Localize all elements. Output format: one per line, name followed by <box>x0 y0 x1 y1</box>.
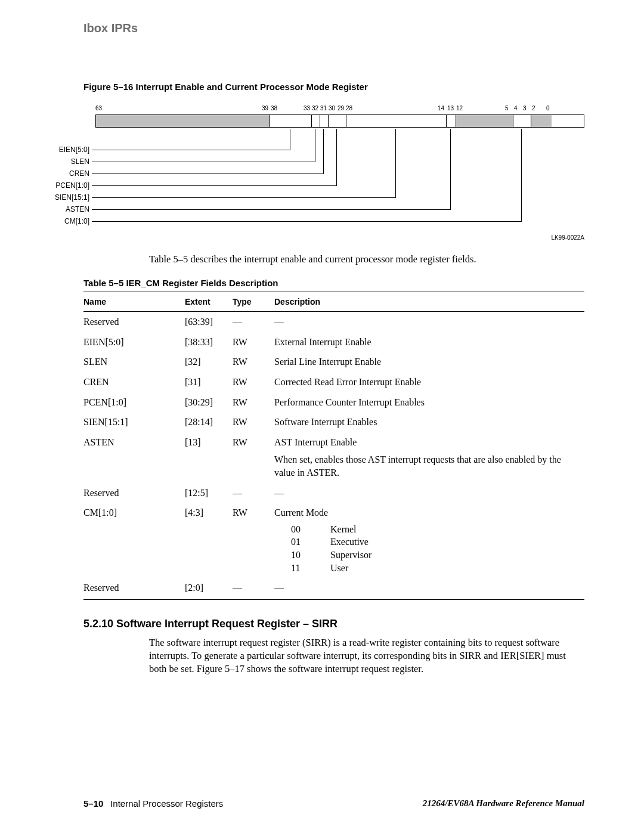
cell-name: CREN <box>83 372 185 392</box>
book-title: 21264/EV68A Hardware Reference Manual <box>423 798 584 809</box>
cell-type: — <box>233 483 274 503</box>
page-header: Ibox IPRs <box>83 21 584 35</box>
signal-label: CREN <box>18 169 89 178</box>
cell-desc: — <box>274 483 584 503</box>
cell-name: ASTEN <box>83 432 185 483</box>
page-footer: 5–10 Internal Processor Registers 21264/… <box>83 798 584 809</box>
bit-label: 33 <box>304 105 310 112</box>
bit-label: 3 <box>523 105 527 112</box>
mode-list: 00Kernel01Executive10Supervisor11User <box>274 523 580 574</box>
bit-label: 29 <box>338 105 344 112</box>
bit-label: 38 <box>271 105 277 112</box>
fields-table: Name Extent Type Description Reserved[63… <box>83 292 584 600</box>
cell-type: — <box>233 578 274 599</box>
signal-fanout: EIEN[5:0] SLEN CREN PCEN[1:0] SIEN[15:1]… <box>95 130 584 237</box>
cell-extent: [31] <box>185 372 233 392</box>
bit-label: 0 <box>546 105 550 112</box>
cell-extent: [4:3] <box>185 503 233 578</box>
cell-type: RW <box>233 412 274 432</box>
signal-label: SIEN[15:1] <box>18 193 89 202</box>
cell-type: RW <box>233 503 274 578</box>
bit-label: 39 <box>262 105 268 112</box>
cell-type: RW <box>233 392 274 413</box>
signal-label: CM[1:0] <box>18 217 89 225</box>
mode-code: 00 <box>291 523 308 536</box>
cell-desc: Performance Counter Interrupt Enables <box>274 392 584 413</box>
signal-label: SLEN <box>18 157 89 166</box>
cell-extent: [30:29] <box>185 392 233 413</box>
bit-label: 12 <box>456 105 463 112</box>
table-row: SLEN[32]RWSerial Line Interrupt Enable <box>83 352 584 372</box>
cell-extent: [28:14] <box>185 412 233 432</box>
cell-desc-extra: When set, enables those AST interrupt re… <box>274 453 580 479</box>
cell-extent: [12:5] <box>185 483 233 503</box>
bit-label: 2 <box>532 105 535 112</box>
signal-label: EIEN[5:0] <box>18 145 89 154</box>
register-bitbar <box>95 114 584 128</box>
table-row: CM[1:0][4:3]RWCurrent Mode00Kernel01Exec… <box>83 503 584 578</box>
bit-label: 4 <box>514 105 518 112</box>
mode-code: 10 <box>291 549 308 562</box>
cell-name: SLEN <box>83 352 185 372</box>
signal-label: PCEN[1:0] <box>18 181 89 190</box>
cell-name: Reserved <box>83 312 185 332</box>
bit-label: 31 <box>320 105 327 112</box>
col-extent: Extent <box>185 292 233 312</box>
cell-name: PCEN[1:0] <box>83 392 185 413</box>
mode-label: User <box>330 562 348 575</box>
figure-caption: Figure 5–16 Interrupt Enable and Current… <box>83 82 584 92</box>
cell-name: CM[1:0] <box>83 503 185 578</box>
bit-label: 28 <box>346 105 352 112</box>
bit-label: 30 <box>329 105 335 112</box>
diagram-tag: LK99-0022A <box>551 234 584 241</box>
cell-extent: [13] <box>185 432 233 483</box>
col-name: Name <box>83 292 185 312</box>
table-row: Reserved[12:5]—— <box>83 483 584 503</box>
mode-row: 01Executive <box>291 535 580 549</box>
mode-row: 11User <box>291 562 580 575</box>
cell-type: RW <box>233 432 274 483</box>
register-diagram: 63 39 38 33 32 31 30 29 28 14 13 12 5 4 … <box>95 105 584 242</box>
mode-row: 10Supervisor <box>291 549 580 562</box>
page-number: 5–10 <box>83 798 103 809</box>
bit-label: 14 <box>438 105 444 112</box>
mode-label: Executive <box>330 535 369 549</box>
cell-name: Reserved <box>83 483 185 503</box>
table-row: EIEN[5:0][38:33]RWExternal Interrupt Ena… <box>83 332 584 352</box>
cell-name: SIEN[15:1] <box>83 412 185 432</box>
mode-code: 11 <box>291 562 308 575</box>
mode-code: 01 <box>291 535 308 549</box>
mode-row: 00Kernel <box>291 523 580 536</box>
cell-desc: Current Mode00Kernel01Executive10Supervi… <box>274 503 584 578</box>
bit-label: 32 <box>312 105 318 112</box>
cell-extent: [63:39] <box>185 312 233 332</box>
cell-desc: Serial Line Interrupt Enable <box>274 352 584 372</box>
cell-desc: — <box>274 312 584 332</box>
cell-type: RW <box>233 332 274 352</box>
table-row: Reserved[63:39]—— <box>83 312 584 332</box>
bit-index-row: 63 39 38 33 32 31 30 29 28 14 13 12 5 4 … <box>95 105 584 113</box>
cell-type: RW <box>233 372 274 392</box>
cell-desc: External Interrupt Enable <box>274 332 584 352</box>
cell-name: Reserved <box>83 578 185 599</box>
table-row: SIEN[15:1][28:14]RWSoftware Interrupt En… <box>83 412 584 432</box>
cell-desc: Corrected Read Error Interrupt Enable <box>274 372 584 392</box>
cell-name: EIEN[5:0] <box>83 332 185 352</box>
mode-label: Kernel <box>330 523 357 536</box>
section-name: Internal Processor Registers <box>110 798 223 809</box>
cell-type: RW <box>233 352 274 372</box>
cell-extent: [38:33] <box>185 332 233 352</box>
col-desc: Description <box>274 292 584 312</box>
bit-label: 5 <box>505 105 509 112</box>
section-heading: 5.2.10 Software Interrupt Request Regist… <box>83 618 584 630</box>
table-row: ASTEN[13]RWAST Interrupt EnableWhen set,… <box>83 432 584 483</box>
table-row: CREN[31]RWCorrected Read Error Interrupt… <box>83 372 584 392</box>
cell-type: — <box>233 312 274 332</box>
mode-label: Supervisor <box>330 549 371 562</box>
bit-label: 63 <box>95 105 102 112</box>
table-row: Reserved[2:0]—— <box>83 578 584 599</box>
table-caption: Table 5–5 IER_CM Register Fields Descrip… <box>83 278 584 288</box>
cell-extent: [2:0] <box>185 578 233 599</box>
section-body: The software interrupt request register … <box>149 636 584 676</box>
cell-desc: Software Interrupt Enables <box>274 412 584 432</box>
